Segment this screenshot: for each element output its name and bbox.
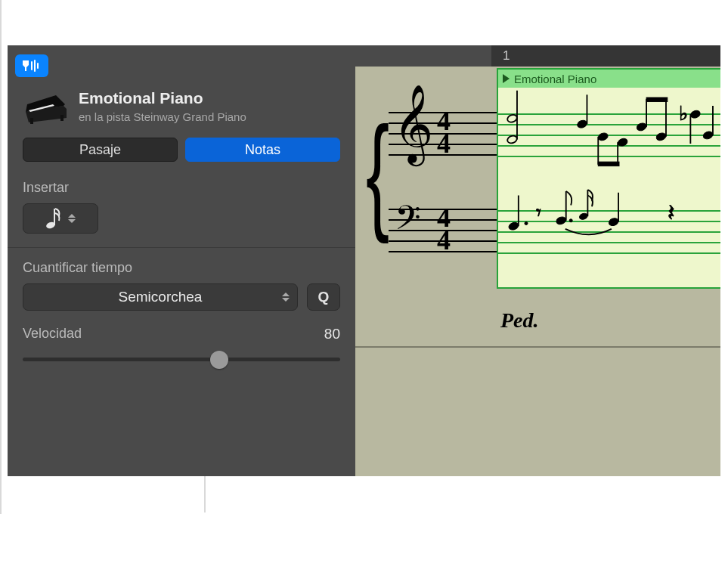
quantize-value-select[interactable]: Semicorchea [23, 283, 298, 311]
svg-rect-13 [598, 162, 619, 166]
score-editor[interactable]: 1 { 𝄞 𝄢 4 4 4 4 [355, 45, 720, 476]
svg-point-14 [636, 122, 647, 132]
svg-point-10 [617, 138, 628, 147]
svg-text:♭: ♭ [679, 103, 688, 125]
svg-rect-0 [30, 118, 33, 124]
svg-rect-18 [646, 98, 668, 102]
svg-point-31 [578, 212, 588, 221]
svg-text:𝄾: 𝄾 [536, 209, 541, 216]
time-den: 4 [437, 133, 451, 156]
inspector-tabs: Pasaje Notas [8, 133, 355, 172]
insert-label: Insertar [8, 172, 355, 203]
piano-thumbnail [23, 89, 68, 124]
ruler-mask [355, 45, 491, 67]
svg-point-4 [507, 113, 518, 123]
tab-region[interactable]: Pasaje [23, 138, 178, 162]
callout-line-left [0, 0, 2, 514]
svg-point-22 [702, 130, 714, 140]
velocity-slider[interactable] [23, 348, 340, 371]
quantize-apply-button[interactable]: Q [307, 283, 340, 311]
svg-point-26 [525, 221, 528, 224]
score-body[interactable]: { 𝄞 𝄢 4 4 4 4 Emotional P [355, 67, 720, 476]
midi-region[interactable]: Emotional Piano [497, 68, 720, 289]
stepper-icon [282, 293, 290, 302]
svg-point-33 [608, 217, 619, 227]
time-ruler[interactable]: 1 [355, 45, 720, 67]
insert-note-value-select[interactable] [23, 203, 98, 234]
stepper-icon [68, 214, 76, 223]
svg-point-24 [508, 221, 519, 231]
velocity-value: 80 [324, 326, 340, 342]
notes-overlay: ♭ 𝄾 [498, 70, 720, 274]
region-name-label: Emotional Piano [79, 89, 340, 107]
velocity-slider-wrap [8, 347, 355, 371]
quantize-value-text: Semicorchea [119, 289, 203, 305]
svg-rect-1 [60, 115, 64, 121]
system-divider [355, 346, 720, 348]
track-name-label: en la pista Steinway Grand Piano [79, 110, 340, 123]
quantize-row: Semicorchea Q [8, 283, 355, 318]
svg-point-15 [655, 132, 667, 141]
quantize-label: Cuantificar tiempo [8, 248, 355, 283]
tab-notes[interactable]: Notas [185, 138, 340, 162]
slider-track [23, 358, 340, 361]
slider-thumb[interactable] [210, 351, 228, 369]
grand-staff-brace: { [366, 108, 389, 237]
svg-point-20 [689, 110, 701, 119]
insert-row [8, 203, 355, 247]
treble-clef-icon: 𝄞 [393, 89, 433, 157]
velocity-label: Velocidad [23, 326, 82, 342]
svg-point-28 [556, 215, 567, 225]
velocity-row: Velocidad 80 [8, 318, 355, 347]
bass-clef-icon: 𝄢 [395, 201, 421, 242]
app-window: Emotional Piano en la pista Steinway Gra… [8, 45, 720, 476]
track-info: Emotional Piano en la pista Steinway Gra… [79, 89, 340, 123]
filter-icon [22, 59, 42, 73]
svg-point-5 [507, 135, 518, 144]
sixteenth-note-icon [45, 207, 62, 230]
svg-point-7 [576, 119, 587, 129]
time-signature-bass: 4 4 [437, 207, 451, 252]
pedal-marking: Ped. [500, 308, 539, 333]
time-den: 4 [437, 230, 451, 252]
track-header: Emotional Piano en la pista Steinway Gra… [8, 45, 355, 133]
time-signature-treble: 4 4 [437, 110, 451, 155]
svg-text:𝄽: 𝄽 [668, 205, 674, 220]
bar-number-1: 1 [503, 48, 510, 63]
inspector-panel: Emotional Piano en la pista Steinway Gra… [8, 45, 355, 476]
svg-rect-3 [54, 209, 55, 225]
svg-point-9 [597, 132, 609, 141]
svg-point-30 [569, 219, 572, 222]
catch-filter-button[interactable] [15, 54, 48, 77]
